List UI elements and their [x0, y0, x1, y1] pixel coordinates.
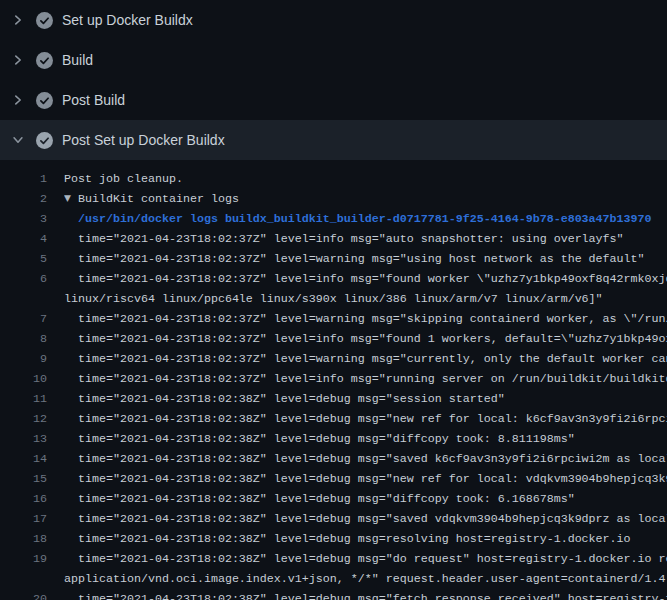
log-text: time="2021-04-23T18:02:37Z" level=warnin…	[64, 349, 667, 369]
steps-list: Set up Docker BuildxBuildPost BuildPost …	[0, 0, 667, 160]
check-circle-icon	[36, 132, 53, 149]
log-line-8: 8 time="2021-04-23T18:02:37Z" level=info…	[0, 329, 667, 349]
log-text: linux/riscv64 linux/ppc64le linux/s390x …	[64, 289, 667, 309]
log-text: time="2021-04-23T18:02:38Z" level=debug …	[64, 489, 667, 509]
log-line-continuation: application/vnd.oci.image.index.v1+json,…	[0, 569, 667, 589]
step-label: Set up Docker Buildx	[62, 12, 193, 28]
log-text: time="2021-04-23T18:02:38Z" level=debug …	[64, 529, 667, 549]
step-label: Post Set up Docker Buildx	[62, 132, 225, 148]
log-text: time="2021-04-23T18:02:38Z" level=debug …	[64, 469, 667, 489]
log-line-5: 5 time="2021-04-23T18:02:37Z" level=warn…	[0, 249, 667, 269]
chevron-right-icon[interactable]	[11, 53, 25, 67]
line-number[interactable]: 15	[0, 469, 47, 489]
log-line-11: 11 time="2021-04-23T18:02:38Z" level=deb…	[0, 389, 667, 409]
log-line-17: 17 time="2021-04-23T18:02:38Z" level=deb…	[0, 509, 667, 529]
line-number[interactable]: 4	[0, 229, 47, 249]
line-number[interactable]: 13	[0, 429, 47, 449]
log-text: time="2021-04-23T18:02:37Z" level=info m…	[64, 269, 667, 289]
line-number[interactable]: 18	[0, 529, 47, 549]
line-number[interactable]: 8	[0, 329, 47, 349]
log-text: time="2021-04-23T18:02:38Z" level=debug …	[64, 429, 667, 449]
step-label: Post Build	[62, 92, 125, 108]
line-number[interactable]: 9	[0, 349, 47, 369]
log-line-1: 1Post job cleanup.	[0, 169, 667, 189]
log-text: application/vnd.oci.image.index.v1+json,…	[64, 569, 667, 589]
log-text: time="2021-04-23T18:02:37Z" level=warnin…	[64, 249, 667, 269]
step-row-post-set-up-docker-buildx[interactable]: Post Set up Docker Buildx	[0, 120, 667, 160]
log-line-18: 18 time="2021-04-23T18:02:38Z" level=deb…	[0, 529, 667, 549]
check-circle-icon	[36, 92, 53, 109]
log-line-20: 20 time="2021-04-23T18:02:38Z" level=deb…	[0, 589, 667, 600]
log-text: Post job cleanup.	[64, 169, 667, 189]
log-line-15: 15 time="2021-04-23T18:02:38Z" level=deb…	[0, 469, 667, 489]
line-number[interactable]: 6	[0, 269, 47, 289]
log-line-12: 12 time="2021-04-23T18:02:38Z" level=deb…	[0, 409, 667, 429]
line-number[interactable]: 16	[0, 489, 47, 509]
line-number[interactable]: 14	[0, 449, 47, 469]
step-row-post-build[interactable]: Post Build	[0, 80, 667, 120]
log-text: time="2021-04-23T18:02:37Z" level=warnin…	[64, 309, 667, 329]
log-area: 1Post job cleanup.2▼BuildKit container l…	[0, 160, 667, 600]
log-line-2: 2▼BuildKit container logs	[0, 189, 667, 209]
log-text: time="2021-04-23T18:02:38Z" level=debug …	[64, 409, 667, 429]
log-line-10: 10 time="2021-04-23T18:02:37Z" level=inf…	[0, 369, 667, 389]
log-line-continuation: linux/riscv64 linux/ppc64le linux/s390x …	[0, 289, 667, 309]
step-row-set-up-docker-buildx[interactable]: Set up Docker Buildx	[0, 0, 667, 40]
line-number[interactable]: 20	[0, 589, 47, 600]
log-line-6: 6 time="2021-04-23T18:02:37Z" level=info…	[0, 269, 667, 289]
line-number[interactable]: 17	[0, 509, 47, 529]
chevron-right-icon[interactable]	[11, 93, 25, 107]
log-line-3: 3 /usr/bin/docker logs buildx_buildkit_b…	[0, 209, 667, 229]
log-line-16: 16 time="2021-04-23T18:02:38Z" level=deb…	[0, 489, 667, 509]
log-text: time="2021-04-23T18:02:38Z" level=debug …	[64, 389, 667, 409]
log-text: time="2021-04-23T18:02:37Z" level=info m…	[64, 229, 667, 249]
log-text: time="2021-04-23T18:02:38Z" level=debug …	[64, 549, 667, 569]
check-circle-icon	[36, 52, 53, 69]
line-number[interactable]: 1	[0, 169, 47, 189]
line-number[interactable]: 3	[0, 209, 47, 229]
log-line-9: 9 time="2021-04-23T18:02:37Z" level=warn…	[0, 349, 667, 369]
chevron-right-icon[interactable]	[11, 13, 25, 27]
line-number[interactable]: 12	[0, 409, 47, 429]
line-number[interactable]: 10	[0, 369, 47, 389]
log-group-toggle[interactable]: ▼BuildKit container logs	[64, 189, 667, 209]
line-number	[0, 569, 47, 589]
log-group-label: BuildKit container logs	[78, 192, 239, 206]
log-line-7: 7 time="2021-04-23T18:02:37Z" level=warn…	[0, 309, 667, 329]
log-text: time="2021-04-23T18:02:37Z" level=info m…	[64, 369, 667, 389]
log-command-text: /usr/bin/docker logs buildx_buildkit_bui…	[64, 209, 667, 229]
log-line-4: 4 time="2021-04-23T18:02:37Z" level=info…	[0, 229, 667, 249]
log-line-13: 13 time="2021-04-23T18:02:38Z" level=deb…	[0, 429, 667, 449]
log-line-19: 19 time="2021-04-23T18:02:38Z" level=deb…	[0, 549, 667, 569]
line-number[interactable]: 2	[0, 189, 47, 209]
collapse-triangle-icon: ▼	[64, 189, 78, 208]
step-label: Build	[62, 52, 93, 68]
log-text: time="2021-04-23T18:02:38Z" level=debug …	[64, 449, 667, 469]
line-number[interactable]: 5	[0, 249, 47, 269]
line-number[interactable]: 11	[0, 389, 47, 409]
line-number[interactable]: 19	[0, 549, 47, 569]
log-text: time="2021-04-23T18:02:38Z" level=debug …	[64, 509, 667, 529]
check-circle-icon	[36, 12, 53, 29]
log-line-14: 14 time="2021-04-23T18:02:38Z" level=deb…	[0, 449, 667, 469]
step-row-build[interactable]: Build	[0, 40, 667, 80]
line-number[interactable]: 7	[0, 309, 47, 329]
line-number	[0, 289, 47, 309]
chevron-down-icon[interactable]	[11, 133, 25, 147]
log-text: time="2021-04-23T18:02:38Z" level=debug …	[64, 589, 667, 600]
log-text: time="2021-04-23T18:02:37Z" level=info m…	[64, 329, 667, 349]
